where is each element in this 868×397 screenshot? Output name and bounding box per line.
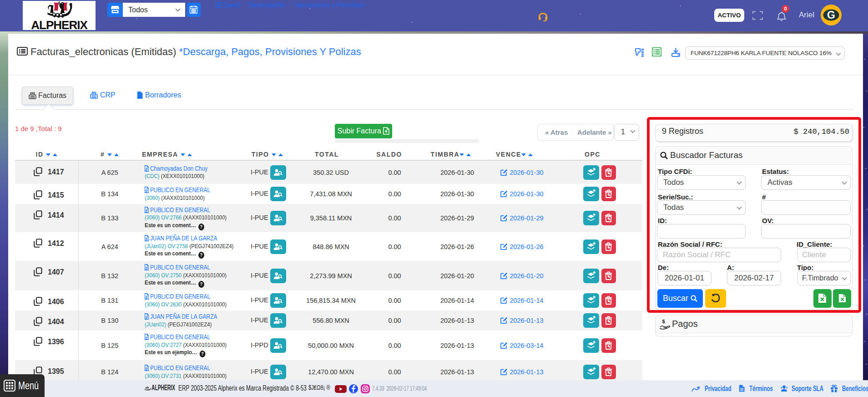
svg-text:G: G xyxy=(827,9,835,21)
svg-text:$: $ xyxy=(662,319,665,324)
